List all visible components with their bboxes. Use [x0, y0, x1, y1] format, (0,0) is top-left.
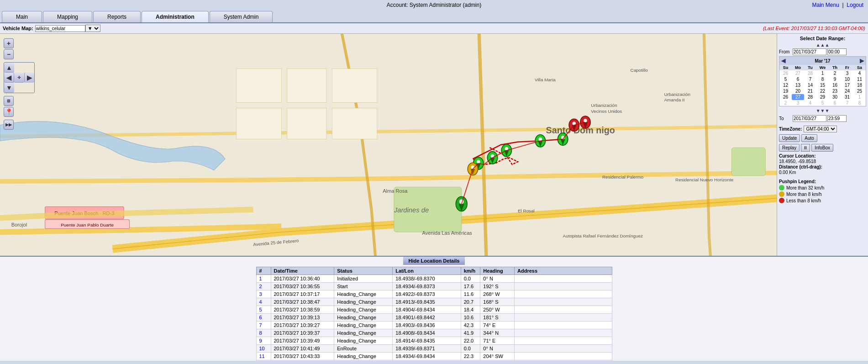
cal-day[interactable]: 25 — [853, 88, 866, 94]
tab-sysadmin[interactable]: System Admin — [210, 11, 273, 22]
layers-button[interactable]: ⊞ — [4, 96, 14, 106]
replay-button[interactable]: Replay — [779, 144, 800, 152]
row-link-7[interactable]: 7 — [259, 322, 262, 328]
cal-next-button[interactable]: ▶ — [860, 58, 864, 64]
cal-day[interactable]: 4 — [804, 100, 816, 106]
zoom-in-button[interactable]: + — [4, 38, 14, 48]
cal-day[interactable]: 4 — [853, 70, 866, 76]
pan-up-button[interactable]: ▲ — [4, 63, 14, 73]
pushpin-button[interactable]: 📍 — [4, 107, 14, 117]
row-link-10[interactable]: 10 — [259, 346, 265, 351]
cal-day[interactable]: 1 — [853, 94, 866, 100]
cal-day[interactable]: 7 — [804, 76, 816, 82]
cal-day[interactable]: 8 — [816, 76, 829, 82]
cal-nav-down[interactable]: ▼▼▼ — [816, 108, 830, 113]
cal-day[interactable]: 7 — [841, 100, 853, 106]
cell-heading: 290° W — [480, 360, 515, 361]
cal-day[interactable]: 26 — [779, 94, 792, 100]
cal-day[interactable]: 1 — [816, 70, 829, 76]
cal-day[interactable]: 8 — [853, 100, 866, 106]
row-link-1[interactable]: 1 — [259, 276, 262, 281]
update-button[interactable]: Update — [779, 134, 800, 142]
row-link-2[interactable]: 2 — [259, 284, 262, 289]
cal-day[interactable]: 31 — [841, 94, 853, 100]
to-time-input[interactable] — [827, 115, 847, 122]
to-date-input[interactable] — [793, 115, 826, 122]
row-link-4[interactable]: 4 — [259, 299, 262, 305]
main-menu-link[interactable]: Main Menu — [812, 2, 839, 8]
cal-prev-button[interactable]: ◀ — [781, 58, 785, 64]
cal-day[interactable]: 27 — [792, 70, 804, 76]
cal-day[interactable]: 29 — [816, 94, 829, 100]
cal-day[interactable]: 15 — [816, 82, 829, 88]
cal-day[interactable]: 10 — [841, 76, 853, 82]
from-time-input[interactable] — [827, 48, 847, 55]
cal-day[interactable]: 20 — [792, 88, 804, 94]
row-link-11[interactable]: 11 — [259, 353, 265, 359]
zoom-out-button[interactable]: − — [4, 49, 14, 59]
timezone-row: TimeZone: GMT-04:00 — [779, 126, 866, 132]
pan-right-button[interactable]: ▶ — [24, 73, 34, 83]
cal-day[interactable]: 2 — [829, 70, 841, 76]
cal-day[interactable]: 18 — [853, 82, 866, 88]
row-link-9[interactable]: 9 — [259, 338, 262, 343]
vehicle-dropdown[interactable]: ▼ — [85, 25, 100, 32]
timezone-select[interactable]: GMT-04:00 — [804, 126, 837, 132]
cal-day[interactable]: 12 — [779, 82, 792, 88]
cal-day-selected[interactable]: 27 — [792, 94, 804, 100]
logout-link[interactable]: Logout — [847, 2, 863, 8]
to-label: To — [779, 116, 792, 121]
col-header-datetime: Date/Time — [271, 267, 334, 275]
tab-reports[interactable]: Reports — [93, 11, 141, 22]
row-link-3[interactable]: 3 — [259, 291, 262, 297]
pan-center-button[interactable]: ✛ — [14, 73, 24, 83]
row-link-5[interactable]: 5 — [259, 307, 262, 312]
cal-day[interactable]: 28 — [804, 70, 816, 76]
cal-day[interactable]: 23 — [829, 88, 841, 94]
from-date-input[interactable] — [793, 48, 826, 55]
sidebar-toggle-button[interactable]: ▶▶ — [4, 120, 14, 130]
map-container[interactable]: Puente Juan Bosch · RD-3 Puente Juan Pab… — [0, 34, 777, 256]
cal-day[interactable]: 30 — [829, 94, 841, 100]
cal-day[interactable]: 13 — [792, 82, 804, 88]
distance-value: 0.00 Km — [779, 170, 866, 175]
infobox-button[interactable]: InfoBox — [811, 144, 833, 152]
cal-day[interactable]: 11 — [853, 76, 866, 82]
cal-day[interactable]: 24 — [841, 88, 853, 94]
cal-day[interactable]: 22 — [816, 88, 829, 94]
cal-day[interactable]: 19 — [779, 88, 792, 94]
cal-day[interactable]: 21 — [804, 88, 816, 94]
cal-day[interactable]: 2 — [779, 100, 792, 106]
cal-day[interactable]: 6 — [829, 100, 841, 106]
cal-nav-up[interactable]: ▲▲▲ — [816, 42, 830, 47]
cal-day[interactable]: 16 — [829, 82, 841, 88]
pause-button[interactable]: ⏸ — [801, 144, 810, 152]
col-header-num: # — [256, 267, 271, 275]
svg-rect-4 — [237, 108, 282, 139]
table-row: 1 2017/03/27 10:36:40 Initialized 18.493… — [256, 275, 612, 283]
cal-day[interactable]: 5 — [816, 100, 829, 106]
cal-day[interactable]: 3 — [792, 100, 804, 106]
cal-day[interactable]: 3 — [841, 70, 853, 76]
cal-day[interactable]: 26 — [779, 70, 792, 76]
cal-day[interactable]: 5 — [779, 76, 792, 82]
tab-mapping[interactable]: Mapping — [43, 11, 92, 22]
cal-day[interactable]: 6 — [792, 76, 804, 82]
hide-details-button[interactable]: Hide Location Details — [403, 257, 465, 265]
tab-main[interactable]: Main — [2, 11, 42, 22]
pan-left-button[interactable]: ◀ — [4, 73, 14, 83]
top-bar: Account: System Administrator (admin) Ma… — [0, 0, 868, 10]
cal-day[interactable]: 17 — [841, 82, 853, 88]
row-link-8[interactable]: 8 — [259, 330, 262, 336]
vehicle-select[interactable] — [35, 25, 85, 32]
tab-administration[interactable]: Administration — [142, 11, 209, 22]
cal-day[interactable]: 14 — [804, 82, 816, 88]
pan-down-button[interactable]: ▼ — [4, 83, 14, 93]
red-dot-icon — [779, 198, 784, 203]
auto-button[interactable]: Auto — [801, 134, 817, 142]
cal-day[interactable]: 9 — [829, 76, 841, 82]
row-link-6[interactable]: 6 — [259, 315, 262, 320]
cal-day-we: We — [816, 65, 829, 70]
cell-latlon: 18.4908/-69.8434 — [393, 329, 461, 337]
cal-day[interactable]: 28 — [804, 94, 816, 100]
